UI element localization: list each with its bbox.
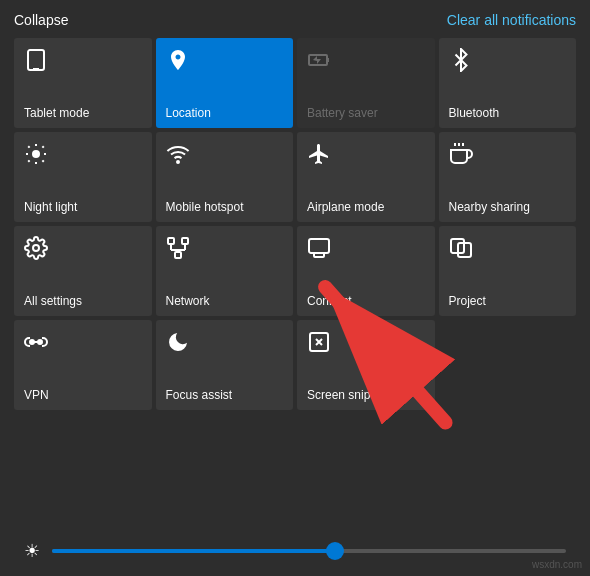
tile-screen-snip[interactable]: Screen snip: [297, 320, 435, 410]
svg-line-8: [28, 146, 29, 147]
bluetooth-icon: [449, 48, 473, 76]
airplane-mode-label: Airplane mode: [307, 200, 384, 214]
watermark: wsxdn.com: [532, 559, 582, 570]
tile-location[interactable]: Location: [156, 38, 294, 128]
vpn-label: VPN: [24, 388, 49, 402]
tile-night-light[interactable]: Night light: [14, 132, 152, 222]
tile-battery-saver[interactable]: Battery saver: [297, 38, 435, 128]
location-icon: [166, 48, 190, 76]
brightness-slider-fill: [52, 549, 335, 553]
tile-mobile-hotspot[interactable]: Mobile hotspot: [156, 132, 294, 222]
screen-snip-label: Screen snip: [307, 388, 370, 402]
all-settings-icon: [24, 236, 48, 264]
tile-connect[interactable]: Connect: [297, 226, 435, 316]
tile-vpn[interactable]: VPN: [14, 320, 152, 410]
focus-assist-label: Focus assist: [166, 388, 233, 402]
svg-line-13: [42, 146, 43, 147]
nearby-sharing-label: Nearby sharing: [449, 200, 530, 214]
svg-point-33: [38, 340, 42, 344]
mobile-hotspot-icon: [166, 142, 190, 170]
location-label: Location: [166, 106, 211, 120]
svg-rect-19: [168, 238, 174, 244]
brightness-slider-track[interactable]: [52, 549, 566, 553]
airplane-mode-icon: [307, 142, 331, 170]
project-label: Project: [449, 294, 486, 308]
svg-point-32: [30, 340, 34, 344]
tablet-mode-icon: [24, 48, 48, 76]
svg-rect-21: [175, 252, 181, 258]
vpn-icon: [24, 330, 48, 358]
clear-notifications-button[interactable]: Clear all notifications: [447, 12, 576, 28]
tile-all-settings[interactable]: All settings: [14, 226, 152, 316]
tile-airplane-mode[interactable]: Airplane mode: [297, 132, 435, 222]
tile-tablet-mode[interactable]: Tablet mode: [14, 38, 152, 128]
svg-line-12: [28, 160, 29, 161]
tile-focus-assist[interactable]: Focus assist: [156, 320, 294, 410]
tile-nearby-sharing[interactable]: Nearby sharing: [439, 132, 577, 222]
all-settings-label: All settings: [24, 294, 82, 308]
screen-snip-icon: [307, 330, 331, 358]
battery-saver-label: Battery saver: [307, 106, 378, 120]
brightness-control: ☀: [14, 536, 576, 566]
tile-project[interactable]: Project: [439, 226, 577, 316]
svg-rect-0: [28, 50, 44, 70]
network-icon: [166, 236, 190, 264]
action-center: Collapse Clear all notifications Tablet …: [0, 0, 590, 576]
svg-rect-26: [309, 239, 329, 253]
project-icon: [449, 236, 473, 264]
network-label: Network: [166, 294, 210, 308]
svg-rect-20: [182, 238, 188, 244]
tile-bluetooth[interactable]: Bluetooth: [439, 38, 577, 128]
focus-assist-icon: [166, 330, 190, 358]
nearby-sharing-icon: [449, 142, 473, 170]
svg-point-18: [33, 245, 39, 251]
svg-line-9: [42, 160, 43, 161]
connect-icon: [307, 236, 331, 264]
collapse-button[interactable]: Collapse: [14, 12, 68, 28]
connect-label: Connect: [307, 294, 352, 308]
svg-point-5: [32, 150, 40, 158]
night-light-label: Night light: [24, 200, 77, 214]
brightness-slider-thumb[interactable]: [326, 542, 344, 560]
bluetooth-label: Bluetooth: [449, 106, 500, 120]
battery-saver-icon: [307, 48, 331, 76]
svg-point-14: [177, 161, 179, 163]
tablet-mode-label: Tablet mode: [24, 106, 89, 120]
quick-actions-grid: Tablet modeLocationBattery saverBluetoot…: [14, 38, 576, 526]
tile-network[interactable]: Network: [156, 226, 294, 316]
mobile-hotspot-label: Mobile hotspot: [166, 200, 244, 214]
brightness-icon: ☀: [24, 540, 40, 562]
night-light-icon: [24, 142, 48, 170]
top-bar: Collapse Clear all notifications: [14, 12, 576, 28]
